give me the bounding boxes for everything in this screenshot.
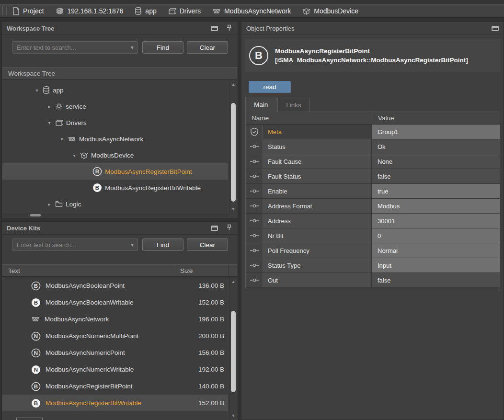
kit-name: ModbusAsyncNumericMultiPoint <box>46 332 175 340</box>
device-kits-scrollbar[interactable]: ▲ ▼ <box>229 277 237 420</box>
breadcrumb-item[interactable]: Project <box>12 7 44 15</box>
property-table-header[interactable]: Name Value <box>246 112 500 125</box>
breadcrumb-item[interactable]: ModbusAsyncNetwork <box>212 7 291 15</box>
collapse-arrow-icon[interactable]: ▾ <box>33 88 41 93</box>
workspace-search-combo[interactable]: ▼ <box>12 41 138 54</box>
tab-main[interactable]: Main <box>245 97 276 112</box>
kits-search-input[interactable] <box>13 241 127 249</box>
scrollbar-thumb[interactable] <box>231 103 236 202</box>
chevron-down-icon[interactable]: ▼ <box>127 45 137 50</box>
breadcrumb: Project192.168.1.52:1876appDriversModbus… <box>12 7 370 15</box>
maximize-icon[interactable] <box>211 226 218 231</box>
breadcrumb-item[interactable]: ModbusDevice <box>302 7 358 15</box>
tree-node-service[interactable]: ▸service <box>2 98 228 114</box>
property-row-enable[interactable]: Enabletrue <box>246 184 500 199</box>
property-row-fault-status[interactable]: Fault Statusfalse <box>246 169 500 184</box>
breadcrumb-item[interactable]: Drivers <box>168 7 201 15</box>
workspace-clear-button[interactable]: Clear <box>187 41 228 54</box>
property-value[interactable]: Modbus <box>372 199 500 213</box>
kit-row-ModbusAsyncNumericMultiPoint[interactable]: NModbusAsyncNumericMultiPoint200.00 B <box>2 328 228 344</box>
pin-icon[interactable] <box>227 24 232 33</box>
property-value[interactable]: Group1 <box>372 125 500 139</box>
expand-arrow-icon[interactable]: ▸ <box>46 202 53 207</box>
property-row-nr-bit[interactable]: Nr Bit0 <box>246 228 500 243</box>
collapse-arrow-icon[interactable]: ▾ <box>46 120 53 125</box>
kits-search-combo[interactable]: ▼ <box>12 238 138 251</box>
object-header: B ModbusAsyncRegisterBitPoint [iSMA_Modb… <box>245 39 501 72</box>
workspace-tree-scrollbar[interactable]: ▲ ▼ <box>229 80 237 214</box>
tree-node-app[interactable]: ▾app <box>2 82 228 98</box>
window-top-strip <box>0 0 504 4</box>
property-row-status[interactable]: StatusOk <box>246 139 500 154</box>
scrollbar-thumb[interactable] <box>231 311 236 392</box>
property-row-status-type[interactable]: Status TypeInput <box>246 258 500 273</box>
tree-node-Logic[interactable]: ▸Logic <box>2 196 228 212</box>
tree-node-ModbusAsyncNetwork[interactable]: ▾ModbusAsyncNetwork <box>2 131 228 147</box>
property-name: Status Type <box>263 258 372 272</box>
folder-icon <box>55 201 63 207</box>
tree-node-label: ModbusAsyncRegisterBitWritable <box>105 184 201 192</box>
shield-check-icon <box>246 125 263 139</box>
toolbar-grip-handle[interactable] <box>2 7 7 15</box>
kit-name: ModbusAsyncNumericPoint <box>46 349 175 356</box>
workspace-tree-hscrollbar[interactable] <box>2 213 229 217</box>
hscrollbar-thumb[interactable] <box>30 214 41 216</box>
serial-port-icon <box>31 317 40 322</box>
tree-node-ModbusAsyncRegisterBitPoint[interactable]: BModbusAsyncRegisterBitPoint <box>2 163 228 180</box>
chevron-down-icon[interactable]: ▼ <box>127 242 137 248</box>
tree-node-Drivers[interactable]: ▾Drivers <box>2 114 228 131</box>
property-row-address-format[interactable]: Address FormatModbus <box>246 199 500 214</box>
kit-row-ModbusAsyncRegisterBitPoint[interactable]: BModbusAsyncRegisterBitPoint140.00 B <box>2 378 228 395</box>
property-value[interactable]: Input <box>372 258 500 272</box>
property-value[interactable]: 30001 <box>372 214 500 228</box>
workspace-find-button[interactable]: Find <box>142 41 183 54</box>
kit-row-ModbusAsyncNetwork[interactable]: ModbusAsyncNetwork196.00 B <box>2 311 228 328</box>
serial-port-icon <box>68 136 76 142</box>
pin-icon[interactable] <box>227 224 232 232</box>
drawer-icon <box>55 119 63 126</box>
kit-row-ModbusAsyncBooleanPoint[interactable]: BModbusAsyncBooleanPoint136.00 B <box>2 277 228 294</box>
scroll-up-icon[interactable]: ▲ <box>229 81 237 88</box>
tree-node-ModbusDevice[interactable]: ▾ModbusDevice <box>2 147 228 163</box>
kits-find-button[interactable]: Find <box>142 238 183 251</box>
breadcrumb-item[interactable]: 192.168.1.52:1876 <box>56 7 124 15</box>
property-name: Enable <box>263 184 372 198</box>
name-column-label: Name <box>246 112 372 124</box>
maximize-icon[interactable] <box>492 26 499 31</box>
tree-node-ModbusAsyncRegisterBitWritable[interactable]: BModbusAsyncRegisterBitWritable <box>2 180 228 196</box>
property-row-poll-frequency[interactable]: Poll FrequencyNormal <box>246 243 500 258</box>
scroll-up-icon[interactable]: ▲ <box>229 278 237 285</box>
device-kits-column-header[interactable]: Text Size <box>2 264 237 277</box>
property-row-out[interactable]: Outfalse <box>246 273 500 288</box>
collapse-arrow-icon[interactable]: ▾ <box>58 136 66 142</box>
expand-arrow-icon[interactable]: ▸ <box>46 104 53 109</box>
breadcrumb-item[interactable]: app <box>135 7 156 15</box>
scroll-down-icon[interactable]: ▼ <box>229 206 237 213</box>
slot-icon <box>246 228 263 243</box>
kit-row-ModbusAsyncNumericWritable[interactable]: NModbusAsyncNumericWritable192.00 B <box>2 361 228 378</box>
workspace-search-input[interactable] <box>13 44 127 51</box>
kit-row-ModbusAsyncRegisterBitWritable[interactable]: BModbusAsyncRegisterBitWritable152.00 B <box>2 395 228 411</box>
kit-size: 152.00 B <box>175 299 228 306</box>
property-value[interactable]: Normal <box>372 243 500 258</box>
collapse-arrow-icon[interactable]: ▾ <box>70 153 78 158</box>
property-value[interactable]: 0 <box>372 228 500 243</box>
property-value: false <box>372 169 500 183</box>
maximize-icon[interactable] <box>211 26 218 31</box>
kits-clear-button[interactable]: Clear <box>187 238 228 251</box>
kit-name: ModbusAsyncRegisterBitWritable <box>46 399 175 407</box>
property-row-fault-cause[interactable]: Fault CauseNone <box>246 154 500 169</box>
tree-node-label: ModbusAsyncRegisterBitPoint <box>105 168 192 175</box>
tab-links[interactable]: Links <box>277 98 310 112</box>
property-value[interactable]: true <box>372 184 500 198</box>
property-row-address[interactable]: Address30001 <box>246 214 500 228</box>
read-button[interactable]: read <box>249 81 291 93</box>
kit-size: 140.00 B <box>175 383 228 390</box>
svg-text:B: B <box>34 384 38 389</box>
scroll-down-icon[interactable]: ▼ <box>229 412 237 419</box>
kit-row-ModbusAsyncNumericPoint[interactable]: NModbusAsyncNumericPoint156.00 B <box>2 344 228 361</box>
property-row-meta[interactable]: MetaGroup1 <box>246 125 500 139</box>
box3d-icon <box>302 7 310 15</box>
workspace-tree-column-header[interactable]: Workspace Tree <box>2 67 237 79</box>
kit-row-ModbusAsyncBooleanWritable[interactable]: BModbusAsyncBooleanWritable152.00 B <box>2 294 228 311</box>
